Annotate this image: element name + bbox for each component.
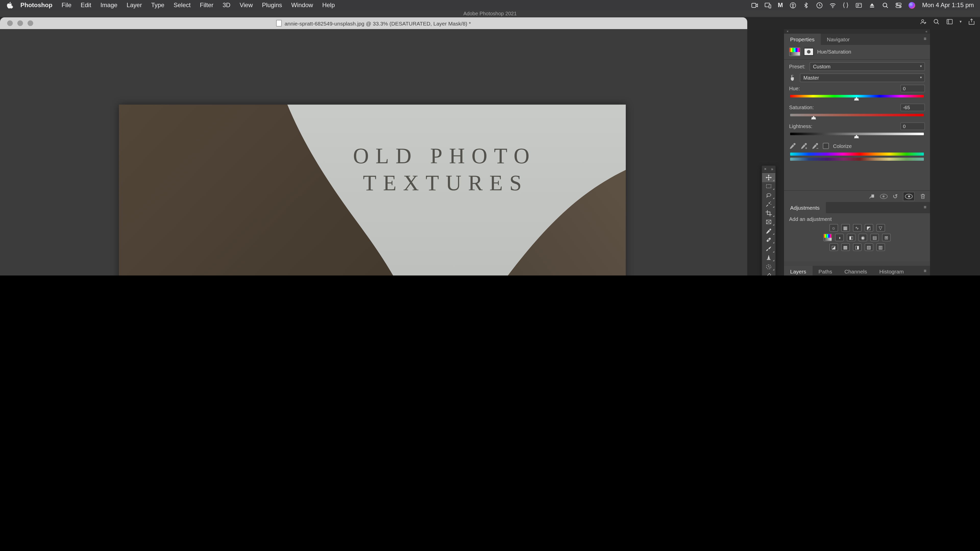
tab-layers[interactable]: Layers [784, 266, 812, 275]
time-machine-icon[interactable] [816, 2, 823, 8]
saturation-value[interactable]: -65 [900, 103, 925, 111]
chevron-down-icon[interactable]: ▾ [959, 19, 962, 24]
adjustment-icon[interactable]: ◑ [835, 233, 844, 241]
adjustment-icon[interactable]: ∿ [853, 224, 861, 232]
adjustment-icon[interactable]: ▦ [841, 224, 850, 232]
adjustment-icon[interactable]: ◧ [847, 233, 856, 241]
panel-menu-icon[interactable] [924, 205, 926, 210]
menu-clock[interactable]: Mon 4 Apr 1:15 pm [922, 2, 974, 9]
view-previous-state-icon[interactable] [880, 194, 888, 199]
adjustment-title: Hue/Saturation [817, 49, 851, 54]
tab-histogram[interactable]: Histogram [873, 266, 910, 275]
delete-adjustment-icon[interactable] [920, 193, 926, 200]
panel-menu-icon[interactable] [924, 36, 926, 41]
menu-item[interactable]: Image [100, 2, 118, 9]
eyedropper-tool[interactable] [762, 227, 775, 235]
tab-navigator[interactable]: Navigator [821, 34, 856, 45]
frame-tool[interactable] [762, 218, 775, 227]
colorize-checkbox[interactable] [823, 143, 829, 149]
apple-menu-icon[interactable] [6, 2, 13, 9]
channel-select[interactable]: Master▾ [800, 73, 925, 82]
history-brush-tool[interactable] [762, 262, 775, 271]
eyedropper-sample-icon[interactable] [789, 142, 796, 149]
reset-adjustment-icon[interactable]: ↺ [893, 193, 898, 200]
notes-widget-icon[interactable] [855, 2, 862, 8]
menu-item[interactable]: Help [322, 2, 335, 9]
control-center-icon[interactable] [895, 2, 902, 8]
menu-item[interactable]: File [62, 2, 72, 9]
eject-icon[interactable] [869, 2, 875, 8]
adjustment-icon[interactable]: ▽ [876, 224, 885, 232]
toggle-visibility-button[interactable] [903, 192, 915, 201]
menu-item[interactable]: Filter [200, 2, 213, 9]
healing-brush-tool[interactable] [762, 235, 775, 245]
panel-menu-icon[interactable] [924, 268, 926, 273]
spotlight-icon[interactable] [882, 2, 888, 8]
eraser-tool[interactable] [762, 271, 775, 275]
clip-to-layer-icon[interactable] [869, 193, 875, 200]
lightness-value[interactable]: 0 [900, 122, 925, 130]
lightness-track[interactable] [790, 133, 924, 135]
adjustment-icon[interactable]: ◉ [859, 233, 867, 241]
clone-stamp-tool[interactable] [762, 253, 775, 262]
sidecar-icon[interactable] [765, 2, 771, 8]
document-title-bar[interactable]: annie-spratt-682549-unsplash.jpg @ 33.3%… [0, 17, 747, 29]
move-tool[interactable] [762, 173, 775, 182]
adjustment-icon[interactable]: ◨ [853, 243, 861, 251]
properties-panel: Properties Navigator Hue/Saturation Pres… [784, 34, 930, 202]
tools-expand-icon[interactable]: » [771, 167, 773, 171]
search-icon[interactable] [933, 18, 940, 25]
menu-item[interactable]: View [240, 2, 253, 9]
adjustment-icon[interactable]: ⊞ [882, 233, 891, 241]
menu-item[interactable]: Edit [81, 2, 91, 9]
crop-tool[interactable] [762, 209, 775, 218]
lightness-handle[interactable] [854, 135, 859, 138]
siri-icon[interactable] [908, 2, 915, 8]
workspace-switcher-icon[interactable] [946, 18, 953, 25]
marquee-tool[interactable] [762, 182, 775, 191]
invite-user-icon[interactable] [920, 18, 926, 25]
tools-close-icon[interactable]: × [764, 167, 767, 171]
adjustment-icon[interactable]: ▤ [870, 233, 879, 241]
adjustment-icon[interactable]: ▩ [841, 243, 850, 251]
hue-handle[interactable] [854, 97, 859, 100]
wifi-icon[interactable] [829, 2, 836, 8]
preset-select[interactable]: Custom▾ [809, 62, 925, 71]
hue-value[interactable]: 0 [900, 85, 925, 92]
brush-tool[interactable] [762, 245, 775, 253]
bluetooth-icon[interactable] [803, 2, 810, 8]
menu-app-name[interactable]: Photoshop [21, 2, 52, 9]
collapse-panels-icon[interactable]: « [925, 30, 928, 33]
menu-item[interactable]: Type [151, 2, 164, 9]
magic-wand-tool[interactable] [762, 200, 775, 209]
share-icon[interactable] [968, 18, 975, 25]
adjustment-icon[interactable]: ▧ [864, 243, 873, 251]
menu-item[interactable]: Layer [127, 2, 142, 9]
screen-record-icon[interactable] [751, 2, 758, 8]
adjustment-icon[interactable]: ☼ [829, 224, 838, 232]
tab-adjustments[interactable]: Adjustments [784, 202, 826, 213]
document-canvas[interactable]: OLD PHOTO TEXTURES [119, 105, 626, 275]
tab-paths[interactable]: Paths [812, 266, 838, 275]
panel-close-icon[interactable]: × [787, 30, 789, 33]
xcode-helper-icon[interactable]: ⟨ ⟩ [843, 2, 849, 9]
hue-track[interactable] [790, 95, 924, 97]
menu-item[interactable]: Select [173, 2, 191, 9]
adjustment-icon[interactable]: ▥ [876, 243, 885, 251]
adjustment-icon[interactable]: ◪ [829, 243, 838, 251]
adjustment-icon[interactable]: ◩ [864, 224, 873, 232]
menu-item[interactable]: Window [291, 2, 313, 9]
menu-item[interactable]: Plugins [262, 2, 282, 9]
tab-channels[interactable]: Channels [838, 266, 873, 275]
tab-properties[interactable]: Properties [784, 34, 821, 45]
targeted-adjustment-icon[interactable] [789, 74, 796, 81]
lasso-tool[interactable] [762, 191, 775, 200]
menu-item[interactable]: 3D [223, 2, 231, 9]
eyedropper-add-icon[interactable] [800, 142, 808, 149]
accessibility-icon[interactable] [790, 2, 796, 8]
eyedropper-subtract-icon[interactable] [811, 142, 819, 149]
malwarebytes-icon[interactable]: M [778, 2, 783, 9]
adjustment-icon[interactable] [823, 233, 832, 241]
saturation-handle[interactable] [811, 116, 816, 119]
saturation-track[interactable] [790, 114, 924, 116]
